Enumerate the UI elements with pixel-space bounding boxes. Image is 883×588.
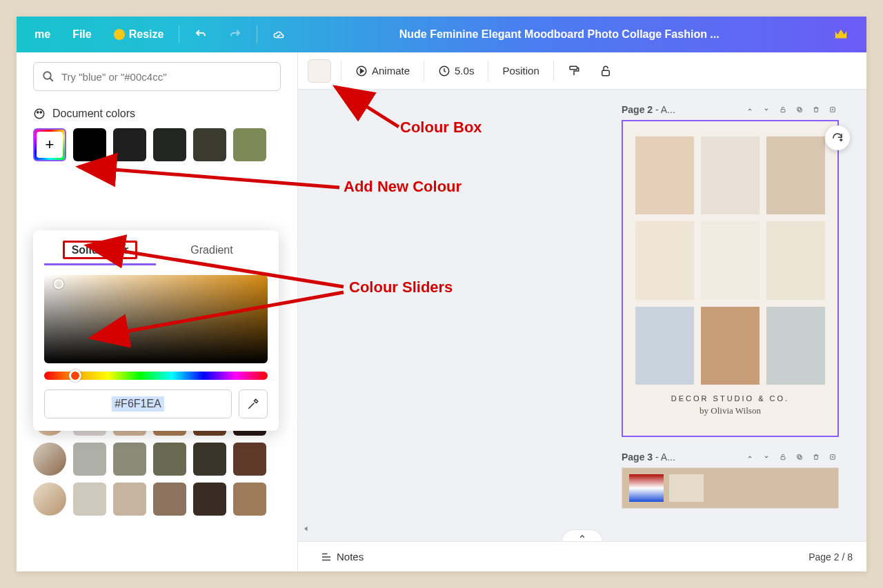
color-swatch[interactable] [193, 483, 226, 516]
page-label: Page 3 - A... [622, 452, 675, 463]
cloud-sync-button[interactable] [261, 28, 296, 41]
plus-icon: + [46, 136, 54, 154]
notes-icon [320, 551, 333, 563]
color-swatch[interactable] [193, 443, 226, 476]
unlock-icon[interactable] [777, 103, 789, 116]
mood-title: DECOR STUDIO & CO. [635, 394, 825, 403]
document-title[interactable]: Nude Feminine Elegant Moodboard Photo Co… [296, 28, 822, 41]
animate-icon [355, 65, 368, 77]
context-toolbar: Animate 5.0s Position [298, 52, 866, 90]
color-swatch[interactable] [153, 443, 186, 476]
color-swatch[interactable] [153, 128, 186, 161]
mood-image[interactable] [701, 221, 760, 299]
page-label: Page 2 - A... [622, 104, 675, 115]
mood-image[interactable] [635, 307, 694, 385]
notes-button[interactable]: Notes [312, 547, 372, 567]
search-icon [42, 70, 54, 83]
home-menu[interactable]: me [23, 28, 61, 41]
color-swatch[interactable] [233, 128, 266, 161]
color-swatch[interactable] [73, 443, 106, 476]
resize-button[interactable]: Resize [103, 28, 175, 41]
color-swatch[interactable] [153, 483, 186, 516]
svg-rect-14 [781, 457, 785, 460]
mood-image[interactable] [701, 307, 760, 385]
svg-point-3 [40, 112, 41, 113]
sparkle-icon [114, 29, 125, 40]
cloud-check-icon [272, 28, 285, 41]
lock-button[interactable] [591, 61, 620, 81]
mood-image[interactable] [766, 307, 825, 385]
color-swatch[interactable] [113, 443, 146, 476]
hue-slider[interactable] [44, 372, 268, 380]
trash-icon[interactable] [810, 451, 822, 463]
chevron-down-icon[interactable] [760, 103, 773, 116]
mood-image[interactable] [635, 136, 694, 214]
palette-icon [33, 108, 46, 120]
hue-cursor[interactable] [69, 369, 81, 382]
unlock-icon[interactable] [777, 451, 789, 463]
mood-image[interactable] [766, 221, 825, 299]
hex-input[interactable]: #F6F1EA [44, 389, 232, 418]
color-search[interactable] [33, 62, 281, 91]
current-color-box[interactable] [308, 59, 331, 83]
eyedropper-icon [247, 398, 259, 410]
color-swatch[interactable] [233, 443, 266, 476]
scroll-left-handle[interactable] [302, 523, 310, 536]
color-swatch[interactable] [113, 483, 146, 516]
svg-point-2 [37, 112, 39, 113]
divider [179, 26, 179, 43]
trash-icon[interactable] [810, 103, 822, 116]
crown-icon[interactable] [822, 27, 860, 42]
page-counter[interactable]: Page 2 / 8 [808, 551, 853, 562]
triangle-left-icon [302, 525, 310, 533]
canvas-area: Animate 5.0s Position [298, 52, 866, 571]
refresh-plus-icon [831, 132, 844, 144]
chevron-down-icon[interactable] [760, 451, 773, 463]
duplicate-icon[interactable] [793, 451, 806, 463]
mood-image[interactable] [766, 136, 825, 214]
color-swatch[interactable] [73, 483, 106, 516]
svg-rect-10 [781, 110, 785, 112]
undo-button[interactable] [183, 28, 218, 41]
comment-fab[interactable] [825, 125, 850, 150]
add-page-icon[interactable] [826, 103, 839, 116]
svg-rect-8 [570, 66, 577, 70]
paint-roller-button[interactable] [559, 61, 588, 81]
expand-handle[interactable] [562, 529, 603, 541]
document-colors-header: Document colors [33, 108, 281, 120]
duplicate-icon[interactable] [793, 103, 806, 116]
mood-image[interactable] [635, 221, 694, 299]
photo-thumb[interactable] [33, 483, 66, 516]
add-color-button[interactable]: + [33, 128, 66, 161]
add-page-icon[interactable] [826, 451, 839, 463]
sv-cursor[interactable] [54, 279, 63, 289]
tab-solid-color[interactable]: Solid color [44, 237, 156, 265]
saturation-value-picker[interactable] [44, 275, 268, 363]
animate-button[interactable]: Animate [347, 61, 418, 81]
canvas-page-3[interactable] [622, 467, 839, 509]
redo-button[interactable] [218, 28, 252, 41]
top-toolbar: me File Resize Nude Feminine Elegant Moo… [17, 17, 866, 52]
svg-rect-11 [798, 108, 802, 112]
canvas-scroll[interactable]: Page 2 - A... DECOR S [298, 90, 866, 541]
photo-thumb[interactable] [33, 443, 66, 476]
eyedropper-button[interactable] [239, 389, 268, 418]
file-menu[interactable]: File [61, 28, 103, 41]
tab-gradient[interactable]: Gradient [156, 237, 268, 265]
mood-image[interactable] [701, 136, 760, 214]
color-swatch[interactable] [113, 128, 146, 161]
color-swatch[interactable] [73, 128, 106, 161]
divider [257, 26, 257, 43]
position-button[interactable]: Position [494, 61, 547, 81]
chevron-up-icon[interactable] [744, 103, 756, 116]
bottom-bar: Notes Page 2 / 8 [298, 541, 866, 571]
color-search-input[interactable] [61, 71, 272, 83]
color-swatch[interactable] [233, 483, 266, 516]
color-swatch[interactable] [193, 128, 226, 161]
chevron-up-icon[interactable] [744, 451, 756, 463]
canvas-page-2[interactable]: DECOR STUDIO & CO. by Olivia Wilson [622, 120, 839, 437]
color-picker-popover: Solid color Gradient #F6F1EA [33, 230, 279, 431]
duration-button[interactable]: 5.0s [430, 61, 482, 81]
page-header-2: Page 2 - A... [622, 103, 839, 116]
svg-rect-15 [798, 456, 802, 459]
